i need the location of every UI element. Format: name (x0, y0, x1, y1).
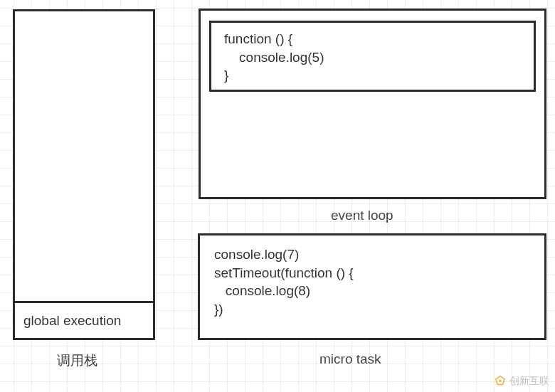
callstack-caption: 调用栈 (57, 351, 97, 370)
event-loop-task-code: function () { console.log(5) } (224, 30, 521, 85)
micro-task-box: console.log(7) setTimeout(function () { … (198, 233, 546, 340)
callstack-frame-global: global execution (13, 301, 155, 340)
logo-icon (494, 375, 507, 388)
watermark-text: 创新互联 (509, 375, 549, 388)
micro-task-code: console.log(7) setTimeout(function () { … (214, 245, 530, 319)
svg-point-0 (500, 380, 502, 382)
micro-task-caption: micro task (319, 351, 381, 367)
global-execution-label: global execution (23, 312, 121, 330)
watermark: 创新互联 (494, 375, 549, 388)
event-loop-task: function () { console.log(5) } (209, 21, 536, 92)
event-loop-box: function () { console.log(5) } (199, 9, 546, 199)
callstack-box: global execution (13, 9, 155, 340)
event-loop-caption: event loop (331, 208, 393, 223)
